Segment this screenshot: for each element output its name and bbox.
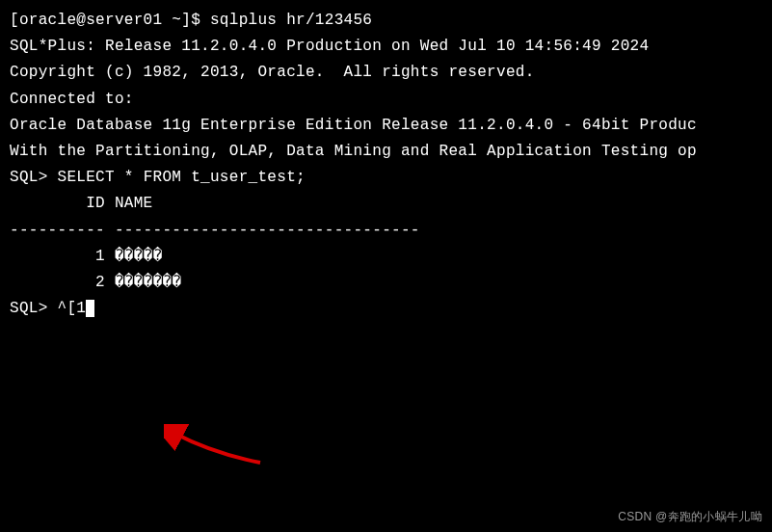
annotation-arrow-icon [164, 424, 270, 472]
shell-prompt: [oracle@server01 ~]$ [10, 12, 210, 29]
sql-prompt: SQL> [10, 169, 58, 186]
shell-line: [oracle@server01 ~]$ sqlplus hr/123456 [10, 8, 762, 34]
sql-query: SELECT * FROM t_user_test; [58, 169, 306, 186]
sql-query-line: SQL> SELECT * FROM t_user_test; [10, 165, 762, 191]
connected-detail-1: Oracle Database 11g Enterprise Edition R… [10, 113, 762, 139]
sql-prompt-line: SQL> ^[1 [10, 296, 762, 322]
watermark-text: CSDN @奔跑的小蜗牛儿呦 [618, 507, 762, 526]
connected-label: Connected to: [10, 87, 762, 113]
sqlplus-banner: SQL*Plus: Release 11.2.0.4.0 Production … [10, 34, 762, 60]
connected-detail-2: With the Partitioning, OLAP, Data Mining… [10, 139, 762, 165]
shell-command: sqlplus hr/123456 [210, 12, 372, 29]
table-row: 2 ������� [10, 270, 762, 296]
table-row: 1 ����� [10, 244, 762, 270]
escape-sequence: ^[1 [58, 300, 87, 317]
terminal-output[interactable]: [oracle@server01 ~]$ sqlplus hr/123456 S… [10, 8, 762, 322]
table-divider: ---------- -----------------------------… [10, 218, 762, 244]
cursor-icon [86, 300, 94, 317]
sql-prompt: SQL> [10, 300, 58, 317]
table-header: ID NAME [10, 191, 762, 217]
copyright-line: Copyright (c) 1982, 2013, Oracle. All ri… [10, 60, 762, 86]
